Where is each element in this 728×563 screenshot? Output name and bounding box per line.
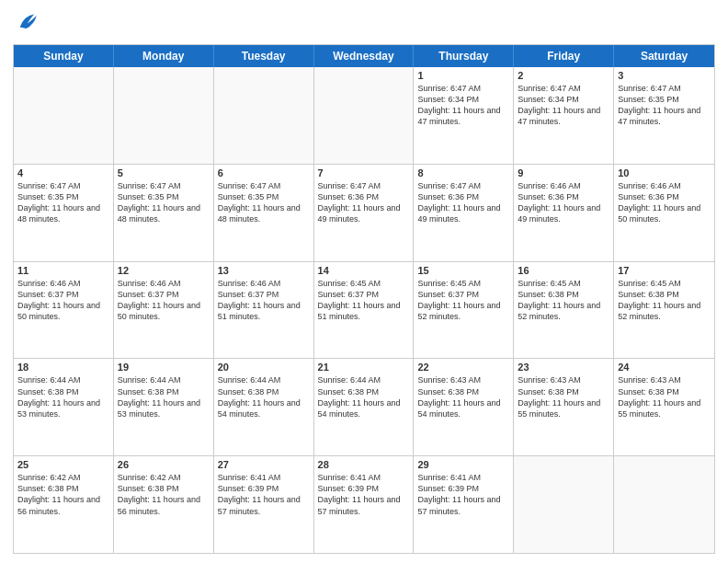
weekday-header: Thursday [414, 45, 514, 67]
cell-info: Sunrise: 6:41 AM Sunset: 6:39 PM Dayligh… [318, 472, 410, 517]
day-number: 14 [318, 265, 410, 276]
logo [13, 9, 40, 39]
cell-info: Sunrise: 6:44 AM Sunset: 6:38 PM Dayligh… [318, 374, 410, 419]
calendar-cell: 10Sunrise: 6:46 AM Sunset: 6:36 PM Dayli… [614, 165, 714, 261]
logo-mark [13, 9, 40, 39]
calendar-cell: 4Sunrise: 6:47 AM Sunset: 6:35 PM Daylig… [14, 165, 114, 261]
day-number: 21 [318, 362, 410, 373]
cell-info: Sunrise: 6:46 AM Sunset: 6:37 PM Dayligh… [218, 278, 310, 323]
calendar-cell: 29Sunrise: 6:41 AM Sunset: 6:39 PM Dayli… [414, 456, 514, 553]
day-number: 6 [218, 167, 310, 178]
day-number: 25 [17, 459, 109, 470]
day-number: 9 [518, 167, 609, 178]
calendar-cell: 28Sunrise: 6:41 AM Sunset: 6:39 PM Dayli… [314, 456, 415, 553]
calendar-cell: 5Sunrise: 6:47 AM Sunset: 6:35 PM Daylig… [114, 165, 214, 261]
cell-info: Sunrise: 6:44 AM Sunset: 6:38 PM Dayligh… [118, 374, 210, 419]
cell-info: Sunrise: 6:47 AM Sunset: 6:36 PM Dayligh… [417, 180, 509, 225]
day-number: 15 [417, 265, 509, 276]
cell-info: Sunrise: 6:45 AM Sunset: 6:38 PM Dayligh… [618, 278, 711, 323]
cell-info: Sunrise: 6:42 AM Sunset: 6:38 PM Dayligh… [17, 472, 109, 517]
day-number: 7 [318, 167, 410, 178]
weekday-header: Tuesday [214, 45, 314, 67]
calendar-cell: 21Sunrise: 6:44 AM Sunset: 6:38 PM Dayli… [314, 359, 415, 455]
calendar-row: 4Sunrise: 6:47 AM Sunset: 6:35 PM Daylig… [14, 165, 714, 262]
weekday-header: Wednesday [314, 45, 415, 67]
day-number: 3 [618, 70, 711, 81]
calendar-cell [14, 67, 114, 164]
calendar-header: SundayMondayTuesdayWednesdayThursdayFrid… [14, 45, 714, 67]
calendar-cell: 19Sunrise: 6:44 AM Sunset: 6:38 PM Dayli… [114, 359, 214, 455]
cell-info: Sunrise: 6:41 AM Sunset: 6:39 PM Dayligh… [218, 472, 310, 517]
calendar-cell [114, 67, 214, 164]
weekday-header: Friday [514, 45, 614, 67]
calendar-cell: 1Sunrise: 6:47 AM Sunset: 6:34 PM Daylig… [414, 67, 514, 164]
calendar-cell: 11Sunrise: 6:46 AM Sunset: 6:37 PM Dayli… [14, 262, 114, 359]
day-number: 22 [417, 362, 509, 373]
calendar-cell: 12Sunrise: 6:46 AM Sunset: 6:37 PM Dayli… [114, 262, 214, 359]
cell-info: Sunrise: 6:46 AM Sunset: 6:37 PM Dayligh… [17, 278, 109, 323]
calendar-cell [614, 456, 714, 553]
day-number: 1 [417, 70, 509, 81]
cell-info: Sunrise: 6:43 AM Sunset: 6:38 PM Dayligh… [518, 374, 609, 419]
calendar-cell: 2Sunrise: 6:47 AM Sunset: 6:34 PM Daylig… [514, 67, 614, 164]
day-number: 17 [618, 265, 711, 276]
day-number: 8 [417, 167, 509, 178]
cell-info: Sunrise: 6:47 AM Sunset: 6:35 PM Dayligh… [618, 83, 711, 128]
day-number: 5 [118, 167, 210, 178]
calendar-body: 1Sunrise: 6:47 AM Sunset: 6:34 PM Daylig… [14, 67, 714, 553]
cell-info: Sunrise: 6:47 AM Sunset: 6:36 PM Dayligh… [318, 180, 410, 225]
day-number: 20 [218, 362, 310, 373]
calendar-cell: 25Sunrise: 6:42 AM Sunset: 6:38 PM Dayli… [14, 456, 114, 553]
day-number: 28 [318, 459, 410, 470]
cell-info: Sunrise: 6:44 AM Sunset: 6:38 PM Dayligh… [218, 374, 310, 419]
calendar-cell: 17Sunrise: 6:45 AM Sunset: 6:38 PM Dayli… [614, 262, 714, 359]
cell-info: Sunrise: 6:45 AM Sunset: 6:37 PM Dayligh… [318, 278, 410, 323]
calendar-cell [514, 456, 614, 553]
day-number: 13 [218, 265, 310, 276]
calendar-row: 25Sunrise: 6:42 AM Sunset: 6:38 PM Dayli… [14, 456, 714, 553]
day-number: 24 [618, 362, 711, 373]
cell-info: Sunrise: 6:46 AM Sunset: 6:36 PM Dayligh… [618, 180, 711, 225]
calendar-cell: 8Sunrise: 6:47 AM Sunset: 6:36 PM Daylig… [414, 165, 514, 261]
cell-info: Sunrise: 6:47 AM Sunset: 6:34 PM Dayligh… [518, 83, 609, 128]
day-number: 29 [417, 459, 509, 470]
day-number: 19 [118, 362, 210, 373]
calendar-cell: 6Sunrise: 6:47 AM Sunset: 6:35 PM Daylig… [214, 165, 314, 261]
day-number: 4 [17, 167, 109, 178]
cell-info: Sunrise: 6:44 AM Sunset: 6:38 PM Dayligh… [17, 374, 109, 419]
weekday-header: Monday [114, 45, 214, 67]
calendar-cell: 20Sunrise: 6:44 AM Sunset: 6:38 PM Dayli… [214, 359, 314, 455]
day-number: 26 [118, 459, 210, 470]
calendar-cell: 24Sunrise: 6:43 AM Sunset: 6:38 PM Dayli… [614, 359, 714, 455]
cell-info: Sunrise: 6:42 AM Sunset: 6:38 PM Dayligh… [118, 472, 210, 517]
day-number: 11 [17, 265, 109, 276]
calendar-cell: 3Sunrise: 6:47 AM Sunset: 6:35 PM Daylig… [614, 67, 714, 164]
calendar-cell: 26Sunrise: 6:42 AM Sunset: 6:38 PM Dayli… [114, 456, 214, 553]
day-number: 2 [518, 70, 609, 81]
calendar-cell: 23Sunrise: 6:43 AM Sunset: 6:38 PM Dayli… [514, 359, 614, 455]
calendar-cell: 7Sunrise: 6:47 AM Sunset: 6:36 PM Daylig… [314, 165, 415, 261]
cell-info: Sunrise: 6:47 AM Sunset: 6:34 PM Dayligh… [417, 83, 509, 128]
day-number: 23 [518, 362, 609, 373]
calendar-cell [314, 67, 415, 164]
cell-info: Sunrise: 6:41 AM Sunset: 6:39 PM Dayligh… [417, 472, 509, 517]
page: SundayMondayTuesdayWednesdayThursdayFrid… [0, 0, 728, 563]
calendar-cell: 13Sunrise: 6:46 AM Sunset: 6:37 PM Dayli… [214, 262, 314, 359]
header [13, 9, 715, 39]
day-number: 10 [618, 167, 711, 178]
day-number: 16 [518, 265, 609, 276]
calendar-cell: 9Sunrise: 6:46 AM Sunset: 6:36 PM Daylig… [514, 165, 614, 261]
calendar-cell: 27Sunrise: 6:41 AM Sunset: 6:39 PM Dayli… [214, 456, 314, 553]
weekday-header: Saturday [614, 45, 714, 67]
cell-info: Sunrise: 6:47 AM Sunset: 6:35 PM Dayligh… [218, 180, 310, 225]
calendar-cell: 22Sunrise: 6:43 AM Sunset: 6:38 PM Dayli… [414, 359, 514, 455]
cell-info: Sunrise: 6:45 AM Sunset: 6:37 PM Dayligh… [417, 278, 509, 323]
day-number: 27 [218, 459, 310, 470]
calendar-cell: 16Sunrise: 6:45 AM Sunset: 6:38 PM Dayli… [514, 262, 614, 359]
cell-info: Sunrise: 6:43 AM Sunset: 6:38 PM Dayligh… [417, 374, 509, 419]
cell-info: Sunrise: 6:47 AM Sunset: 6:35 PM Dayligh… [118, 180, 210, 225]
weekday-header: Sunday [14, 45, 114, 67]
day-number: 12 [118, 265, 210, 276]
calendar-row: 1Sunrise: 6:47 AM Sunset: 6:34 PM Daylig… [14, 67, 714, 165]
calendar-cell: 15Sunrise: 6:45 AM Sunset: 6:37 PM Dayli… [414, 262, 514, 359]
